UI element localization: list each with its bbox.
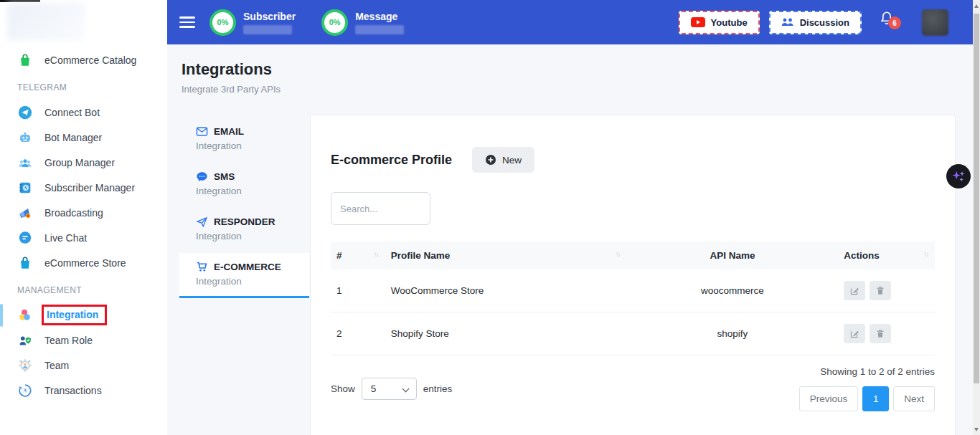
sort-icon[interactable]: ↑↓ [923,250,929,258]
sidebar-item-broadcasting[interactable]: Broadcasting [0,200,167,225]
sidebar-item-label: Team Role [44,335,93,346]
sidebar-item-ecommerce-catalog[interactable]: eCommerce Catalog [0,47,167,72]
sort-icon[interactable]: ↑↓ [616,250,621,258]
plus-circle-icon [485,154,496,166]
telegram-icon [17,105,33,120]
row-api-name: shopify [627,312,839,355]
vertical-scrollbar[interactable] [973,0,980,435]
tab-label: SMS [214,171,235,182]
role-shield-icon [17,333,33,348]
sidebar-item-ecommerce-store[interactable]: eCommerce Store [0,250,167,275]
chat-bubble-icon [17,230,33,246]
sidebar-item-label: Group Manager [44,157,115,168]
topbar: 0% Subscriber 0% Message Youtube Discuss… [167,0,973,44]
sidebar-item-transactions[interactable]: Transactions [0,378,167,403]
robot-icon [17,130,33,145]
page-subtitle: Integrate 3rd Party APIs [167,79,980,95]
next-page-button[interactable]: Next [893,386,935,411]
search-input[interactable] [331,192,430,225]
shopping-bag-icon [17,255,33,271]
row-num: 2 [331,312,385,355]
message-stat-value-redacted [355,25,404,34]
edit-icon [849,285,860,296]
youtube-button-label: Youtube [711,17,748,28]
sidebar-item-team[interactable]: Team [0,353,167,378]
entries-label: entries [423,383,453,394]
page-title: Integrations [167,44,980,79]
sidebar-section-telegram: TELEGRAM [0,72,167,100]
scrollbar-thumb[interactable] [974,14,979,383]
trash-icon [875,285,885,296]
palette-icon [17,307,33,323]
column-header-actions[interactable]: Actions↑↓ [838,242,935,269]
column-header-profile-name[interactable]: Profile Name↑↓ [385,242,627,269]
sidebar-item-team-role[interactable]: Team Role [0,328,167,353]
email-icon [196,125,208,138]
sms-icon [196,171,208,183]
sidebar-item-label: Live Chat [44,232,87,244]
hamburger-menu-icon[interactable] [179,14,195,31]
ai-assistant-button[interactable] [946,164,971,188]
sidebar-item-connect-bot[interactable]: Connect Bot [0,100,167,125]
row-profile-name: Shopify Store [385,312,627,355]
message-progress-ring: 0% [321,9,348,36]
tab-sms-integration[interactable]: SMS Integration [179,163,309,206]
edit-button[interactable] [844,281,865,300]
sidebar-item-label: Team [44,360,69,371]
previous-page-button[interactable]: Previous [799,386,859,411]
notifications-button[interactable]: 6 [879,10,900,34]
sidebar-item-label: Integration [47,309,98,320]
scroll-up-arrow[interactable] [973,0,980,11]
integration-tabs: EMAIL Integration SMS Integration RESPON… [179,118,309,300]
sidebar-item-label: eCommerce Store [44,257,126,269]
sidebar-item-integration[interactable]: Integration [0,302,167,328]
page-1-button[interactable]: 1 [862,386,889,411]
sidebar-section-management: MANAGEMENT [0,275,167,302]
tab-responder-integration[interactable]: RESPONDER Integration [179,208,309,251]
discussion-button[interactable]: Discussion [769,11,862,34]
tab-label: RESPONDER [214,216,275,227]
page-size-select[interactable]: 5 [362,378,417,400]
sidebar-item-label: Broadcasting [44,207,103,219]
sort-icon[interactable]: ↑↓ [374,250,380,258]
sparkles-icon [951,168,966,184]
tab-label: EMAIL [214,126,244,137]
pagination: Previous 1 Next [799,386,935,411]
new-button-label: New [502,155,522,166]
main-content: Integrations Integrate 3rd Party APIs EM… [167,44,980,435]
sidebar-item-bot-manager[interactable]: Bot Manager [0,125,167,150]
column-header-num[interactable]: #↑↓ [331,242,385,269]
tab-sublabel: Integration [196,140,309,151]
sidebar-item-live-chat[interactable]: Live Chat [0,225,167,250]
new-profile-button[interactable]: New [472,147,534,173]
megaphone-icon [17,205,33,221]
showing-entries-text: Showing 1 to 2 of 2 entries [820,366,935,377]
sidebar-item-group-manager[interactable]: Group Manager [0,150,167,175]
row-num: 1 [331,269,385,312]
sidebar-item-label: Connect Bot [44,107,100,118]
scroll-down-arrow[interactable] [973,424,980,435]
youtube-button[interactable]: Youtube [679,11,760,34]
sidebar-item-label: Subscriber Manager [44,182,135,193]
trash-icon [875,328,885,339]
column-header-api-name[interactable]: API Name [627,242,839,269]
youtube-icon [691,17,705,27]
edit-button[interactable] [844,324,865,343]
shopping-bag-icon [17,52,33,68]
profiles-table: #↑↓ Profile Name↑↓ API Name Actions↑↓ 1 … [331,242,935,355]
delete-button[interactable] [870,324,891,343]
subscriber-progress-ring: 0% [209,9,236,36]
window-edge-line [0,0,40,2]
delete-button[interactable] [870,281,891,300]
row-api-name: woocommerce [627,269,839,312]
chevron-down-icon [402,386,409,393]
annotation-highlight-box: Integration [42,305,107,325]
tab-email-integration[interactable]: EMAIL Integration [179,118,309,161]
tab-ecommerce-integration[interactable]: E-COMMERCE Integration [179,253,309,298]
sidebar-item-subscriber-manager[interactable]: Subscriber Manager [0,175,167,200]
discussion-people-icon [781,17,794,27]
page-size-value: 5 [371,383,377,394]
panel-title: E-commerce Profile [331,153,452,168]
subscriber-stat: 0% Subscriber [209,9,296,36]
user-avatar[interactable] [922,9,948,36]
